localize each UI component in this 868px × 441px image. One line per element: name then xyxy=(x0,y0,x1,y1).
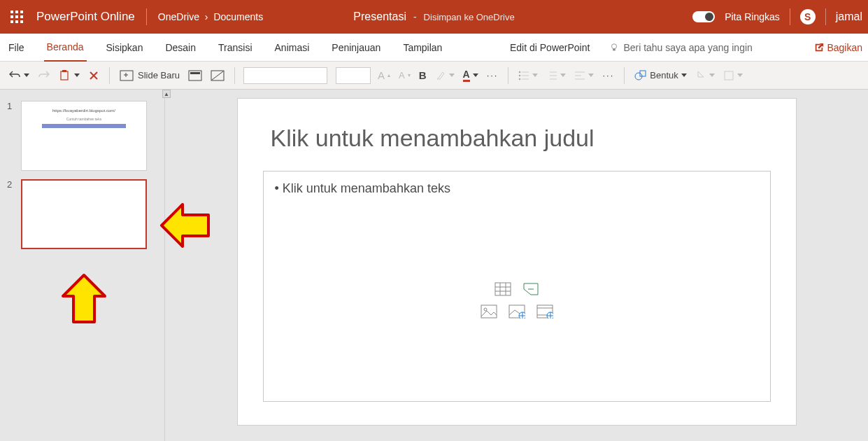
breadcrumb-folder[interactable]: Documents xyxy=(213,11,263,22)
skype-icon[interactable]: S xyxy=(800,9,816,24)
lightbulb-icon xyxy=(609,43,619,52)
highlight-button[interactable] xyxy=(434,69,456,83)
paste-button[interactable] xyxy=(57,68,81,83)
chevron-down-icon xyxy=(681,74,687,77)
ribbon-toggle[interactable] xyxy=(692,11,715,22)
svg-rect-8 xyxy=(20,20,23,23)
separator xyxy=(109,67,110,84)
tab-transisi[interactable]: Transisi xyxy=(215,34,255,62)
undo-button[interactable] xyxy=(7,68,31,83)
shapes-button[interactable]: Bentuk xyxy=(633,68,688,83)
insert-picture-icon[interactable] xyxy=(480,304,498,319)
tab-desain[interactable]: Desain xyxy=(162,34,199,62)
new-slide-button[interactable]: Slide Baru xyxy=(118,69,181,83)
chevron-down-icon xyxy=(588,74,594,77)
chevron-down-icon xyxy=(473,74,478,77)
font-more-button[interactable]: ··· xyxy=(485,69,500,82)
breadcrumb[interactable]: OneDrive › Documents xyxy=(158,11,263,22)
chevron-right-icon: › xyxy=(205,11,208,22)
svg-rect-15 xyxy=(190,72,200,74)
breadcrumb-root[interactable]: OneDrive xyxy=(158,11,199,22)
app-launcher-icon[interactable] xyxy=(6,6,28,28)
increase-font-button[interactable]: A▴ xyxy=(376,68,392,83)
insert-table-icon[interactable] xyxy=(494,281,512,297)
ribbon-tabs: File Beranda Sisipkan Desain Transisi An… xyxy=(0,34,868,62)
decrease-font-button[interactable]: A▾ xyxy=(397,69,412,82)
title-placeholder-box[interactable]: Klik untuk menambahkan judul xyxy=(263,118,771,158)
svg-rect-24 xyxy=(481,305,497,318)
shapes-label: Bentuk xyxy=(650,70,678,80)
font-color-button[interactable]: A xyxy=(462,67,480,83)
delete-button[interactable] xyxy=(87,69,101,83)
svg-rect-22 xyxy=(725,71,733,80)
ribbon-toggle-label: Pita Ringkas xyxy=(725,11,780,22)
svg-rect-5 xyxy=(20,15,23,18)
insert-smartart-icon[interactable] xyxy=(522,281,540,297)
numbering-button[interactable] xyxy=(545,69,567,83)
svg-rect-3 xyxy=(10,15,13,18)
thumbnail-row: 1 https://buayaberdiri.blogspot.com/ Con… xyxy=(0,97,164,175)
tab-animasi[interactable]: Animasi xyxy=(272,34,313,62)
new-slide-label: Slide Baru xyxy=(138,70,180,80)
layout-button[interactable] xyxy=(187,69,204,83)
paragraph-more-button[interactable]: ··· xyxy=(601,69,616,82)
svg-rect-13 xyxy=(120,71,133,80)
svg-rect-4 xyxy=(15,15,18,18)
font-family-select[interactable] xyxy=(243,67,327,84)
thumbnail-number: 2 xyxy=(7,179,15,190)
scroll-up-icon[interactable]: ▲ xyxy=(162,90,171,98)
share-icon xyxy=(814,43,824,52)
slide-thumbnail-2[interactable] xyxy=(21,179,147,249)
svg-rect-12 xyxy=(62,70,66,72)
shape-outline-button[interactable] xyxy=(722,69,744,83)
align-button[interactable] xyxy=(573,69,595,83)
slide-thumbnails-pane: ▲ 1 https://buayaberdiri.blogspot.com/ C… xyxy=(0,90,165,441)
thumb-shape xyxy=(42,124,126,128)
svg-rect-10 xyxy=(613,48,616,50)
tell-me[interactable]: Beri tahu saya apa yang ingin xyxy=(609,42,752,53)
share-label: Bagikan xyxy=(827,42,862,53)
document-title-area: Presentasi - Disimpan ke OneDrive xyxy=(353,10,514,23)
thumbnail-number: 1 xyxy=(7,101,15,111)
slide-thumbnail-1[interactable]: https://buayaberdiri.blogspot.com/ Conto… xyxy=(21,101,147,171)
app-name: PowerPoint Online xyxy=(36,10,135,24)
document-name[interactable]: Presentasi xyxy=(353,10,406,23)
chevron-down-icon xyxy=(737,74,743,77)
svg-point-9 xyxy=(612,43,617,48)
tab-sisipkan[interactable]: Sisipkan xyxy=(104,34,146,62)
separator xyxy=(146,8,147,25)
insert-video-icon[interactable] xyxy=(536,304,554,319)
chevron-down-icon xyxy=(24,74,29,77)
insert-online-picture-icon[interactable] xyxy=(508,304,526,319)
svg-point-25 xyxy=(484,308,487,311)
bullets-button[interactable] xyxy=(517,69,539,83)
svg-rect-2 xyxy=(20,10,23,13)
title-right: Pita Ringkas S jamal xyxy=(692,8,862,25)
thumb-body: Contoh tambahan teks xyxy=(22,117,146,121)
tab-file[interactable]: File xyxy=(6,34,27,62)
edit-in-powerpoint[interactable]: Edit di PowerPoint xyxy=(507,34,592,62)
hide-slide-button[interactable] xyxy=(209,69,226,83)
content-insert-icons xyxy=(480,281,554,319)
tab-peninjauan[interactable]: Peninjauan xyxy=(329,34,383,62)
tab-beranda[interactable]: Beranda xyxy=(44,34,87,62)
share-button[interactable]: Bagikan xyxy=(814,42,862,53)
content-placeholder-box[interactable]: • Klik untuk menambahkan teks xyxy=(263,171,771,402)
svg-rect-11 xyxy=(61,71,68,80)
dash: - xyxy=(413,11,417,22)
svg-rect-1 xyxy=(15,10,18,13)
slide-canvas[interactable]: Klik untuk menambahkan judul • Klik untu… xyxy=(237,98,797,426)
shape-fill-button[interactable] xyxy=(694,69,716,83)
user-name[interactable]: jamal xyxy=(836,10,862,23)
font-size-select[interactable] xyxy=(336,67,371,84)
title-placeholder-text: Klik untuk menambahkan judul xyxy=(271,125,763,152)
svg-rect-6 xyxy=(10,20,13,23)
redo-button[interactable] xyxy=(36,68,52,83)
bold-button[interactable]: B xyxy=(418,68,428,83)
tab-tampilan[interactable]: Tampilan xyxy=(400,34,445,62)
tell-me-text: Beri tahu saya apa yang ingin xyxy=(623,42,752,53)
thumbnail-row: 2 xyxy=(0,175,164,253)
svg-rect-0 xyxy=(10,10,13,13)
thumb-title: https://buayaberdiri.blogspot.com/ xyxy=(22,108,146,113)
ribbon-toolbar: Slide Baru A▴ A▾ B A ··· ··· Bentuk xyxy=(0,62,868,90)
